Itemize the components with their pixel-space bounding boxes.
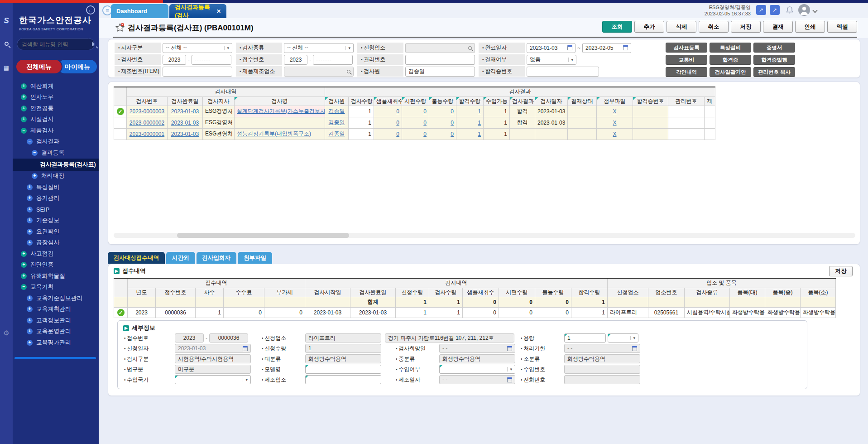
cell-link-inspector[interactable]: 김종일: [329, 119, 345, 125]
column-header-import-remain-qty[interactable]: 수입가능잔량: [484, 97, 510, 106]
column-header-inspector[interactable]: 검사원: [325, 97, 349, 106]
expand-plus-icon[interactable]: +: [32, 173, 38, 179]
expand-plus-icon[interactable]: +: [21, 94, 27, 100]
calendar-icon[interactable]: [623, 45, 628, 50]
cell-link-attachment[interactable]: X: [613, 120, 616, 126]
column-header-attachment[interactable]: 첨부파일: [597, 97, 633, 106]
cell-link-inspector[interactable]: 김종일: [329, 130, 345, 137]
cell-link-complete-date[interactable]: 2023-01-03: [171, 108, 199, 115]
column-header-inspection-type[interactable]: 검사종류: [685, 288, 730, 297]
sidebar-item[interactable]: +유해화학물질: [13, 270, 99, 282]
cell-link-attachment[interactable]: X: [613, 131, 616, 137]
approval-select[interactable]: 없음▾: [527, 55, 576, 65]
column-header-result[interactable]: 검사결과: [510, 97, 535, 106]
column-header-inspect-qty[interactable]: 검사수량: [349, 97, 374, 106]
expand-plus-icon[interactable]: +: [27, 340, 33, 346]
calendar-icon[interactable]: [567, 45, 572, 50]
table-row[interactable]: ✓202300000361002023-01-032023-01-0311000…: [114, 307, 836, 318]
branch-select[interactable]: -- 전체 --▾: [163, 43, 232, 53]
table-row[interactable]: 2023-00000022023-01-03ESG경영처김종일100011합격2…: [114, 117, 715, 128]
expand-plus-icon[interactable]: +: [27, 195, 33, 201]
column-header-shop-no[interactable]: 업소번호: [648, 288, 685, 297]
cell-link-inspection-name[interactable]: 설계단계검사기록부(가스누출경보차단장치): [237, 108, 325, 114]
column-header-complete-date[interactable]: 검사완료일: [350, 288, 396, 297]
sidebar-item[interactable]: −교육기획: [13, 282, 99, 293]
collapse-minus-icon[interactable]: −: [27, 139, 33, 145]
column-header-cert-no[interactable]: 합격증번호: [633, 97, 668, 106]
side-action-button-7[interactable]: 검사일괄기안: [710, 67, 751, 77]
save-button[interactable]: 저장: [829, 266, 853, 276]
inspection-no-year-input[interactable]: 2023: [163, 55, 186, 65]
sidebar-item[interactable]: +진단인증: [13, 260, 99, 271]
toolbar-button-cancel[interactable]: 취소: [699, 21, 729, 33]
menu-search-input[interactable]: [22, 41, 92, 48]
cell-link-pass-qty[interactable]: 1: [478, 108, 481, 115]
expand-plus-icon[interactable]: +: [21, 262, 27, 268]
column-header-fail-qty[interactable]: 불능수량: [429, 97, 456, 106]
column-header-inspect-date[interactable]: 검사일자: [535, 97, 568, 106]
sidebar-item-active[interactable]: 검사결과등록(검사표): [13, 159, 99, 171]
collapse-minus-icon[interactable]: −: [32, 150, 38, 156]
side-action-button-8[interactable]: 관리번호 복사: [753, 67, 795, 77]
cell-link-specimen-qty[interactable]: 0: [423, 131, 427, 137]
sidebar-item[interactable]: +교육평가관리: [13, 337, 99, 348]
side-action-button-4[interactable]: 합격증: [710, 55, 751, 65]
import-yn-select[interactable]: ▾: [439, 365, 515, 374]
column-header-item-mid[interactable]: 품목(중): [765, 288, 801, 297]
scrollbar-thumb[interactable]: [177, 233, 349, 238]
favorite-star-icon[interactable]: +: [115, 23, 125, 34]
sidebar-item[interactable]: +예산회계: [13, 81, 99, 92]
column-header-shop[interactable]: 신청업소: [608, 288, 648, 297]
side-action-button-3[interactable]: 교통비: [666, 55, 707, 65]
cell-link-inspection-no[interactable]: 2023-0000001: [129, 131, 164, 137]
column-header-receipt-no[interactable]: 접수번호: [156, 288, 196, 297]
horizontal-scrollbar[interactable]: [114, 233, 855, 238]
notification-bell-icon[interactable]: [785, 5, 794, 16]
cell-link-attachment[interactable]: X: [613, 108, 616, 115]
sum-row[interactable]: 합계110001: [114, 297, 836, 307]
collapse-minus-icon[interactable]: −: [21, 128, 27, 134]
side-action-button-0[interactable]: 검사표등록: [666, 43, 707, 53]
maker-input[interactable]: [305, 375, 381, 384]
search-icon[interactable]: [92, 42, 94, 46]
all-menu-button[interactable]: 전체메뉴: [16, 60, 62, 73]
expand-plus-icon[interactable]: +: [21, 273, 27, 279]
column-header-specimen-qty[interactable]: 시편수량: [499, 288, 535, 297]
import-country-select[interactable]: ▾: [175, 375, 251, 384]
collapse-sidebar-button[interactable]: ←: [86, 5, 95, 14]
column-header-start-date[interactable]: 검사시작일: [305, 288, 350, 297]
sidebar-item[interactable]: +SEIP: [13, 204, 99, 215]
sidebar-item[interactable]: +특정설비: [13, 182, 99, 193]
chevron-down-icon[interactable]: [812, 8, 817, 13]
tab-current-page[interactable]: 검사결과등록(검사 ✕: [169, 4, 226, 18]
column-header-sample-qty[interactable]: 샘플채취수: [374, 97, 402, 106]
column-header-item-small[interactable]: 품목(소): [801, 288, 836, 297]
cell-link-inspector[interactable]: 김종일: [329, 108, 345, 114]
tab-receipt-detail[interactable]: 검사대상접수내역: [108, 252, 165, 264]
complete-date-from-input[interactable]: 2023-01-03: [527, 43, 575, 53]
toolbar-button-add[interactable]: 추가: [634, 21, 664, 33]
sidebar-item[interactable]: −검사결과: [13, 136, 99, 148]
row-select-cell[interactable]: [114, 297, 128, 307]
cell-link-inspection-no[interactable]: 2023-0000002: [129, 120, 164, 126]
column-header-pass-qty[interactable]: 합격수량: [456, 97, 484, 106]
sidebar-item[interactable]: +인사노무: [13, 92, 99, 103]
sidebar-item[interactable]: −제품검사: [13, 125, 99, 136]
row-select-cell[interactable]: [114, 117, 127, 128]
user-avatar[interactable]: [798, 4, 810, 16]
side-action-button-2[interactable]: 증명서: [753, 43, 795, 53]
open-window-icon[interactable]: ↗: [756, 5, 766, 15]
column-header-inspection-name[interactable]: 검사명: [235, 97, 325, 106]
tab-dashboard[interactable]: Dashboard: [111, 4, 168, 18]
close-icon[interactable]: ✕: [216, 8, 221, 14]
cell-link-pass-qty[interactable]: 1: [478, 131, 481, 137]
cell-link-complete-date[interactable]: 2023-01-03: [171, 120, 199, 126]
cell-link-inspection-name[interactable]: 성능검정기록부(내압방폭구조): [237, 130, 311, 137]
expand-plus-icon[interactable]: +: [21, 83, 27, 89]
column-header-inspection-no[interactable]: 검사번호: [127, 97, 168, 106]
expand-plus-icon[interactable]: +: [27, 207, 33, 212]
cell-link-fail-qty[interactable]: 0: [451, 120, 454, 126]
cell-link-pass-qty[interactable]: 1: [478, 120, 481, 126]
column-header-complete-date[interactable]: 검사완료일: [168, 97, 203, 106]
cell-link-specimen-qty[interactable]: 0: [423, 120, 427, 126]
